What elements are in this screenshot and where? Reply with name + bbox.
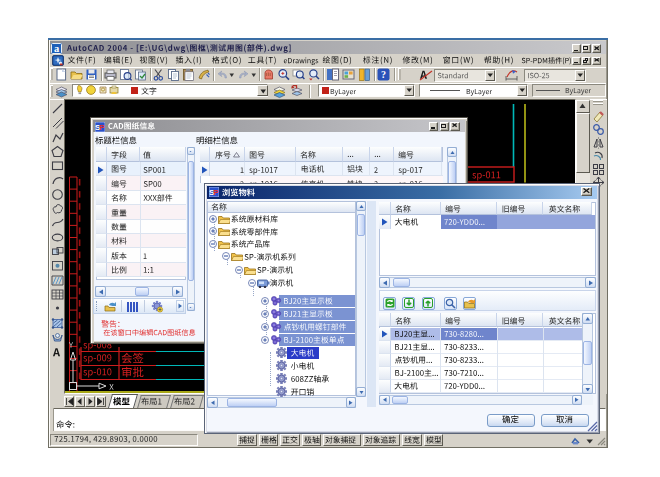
svg-text:?: ? xyxy=(381,69,386,80)
svg-text:P: P xyxy=(213,188,219,197)
svg-text:a: a xyxy=(54,43,60,54)
svg-text:P: P xyxy=(99,123,105,132)
